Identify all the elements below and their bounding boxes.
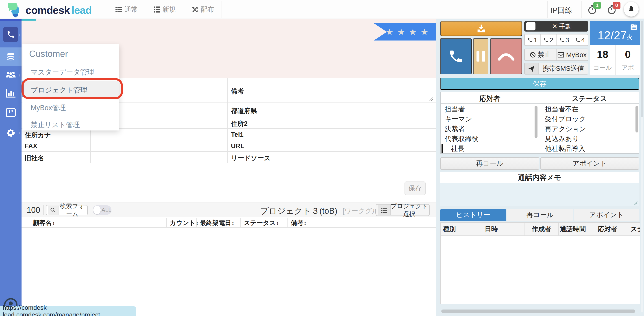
content-top-accent [22,19,36,20]
sort-icon: ↕ [304,220,306,226]
responder-option[interactable]: キーマン [440,114,535,124]
record-count: 100 [27,205,40,215]
nav-tab-distribute[interactable]: 配布 [184,0,222,19]
responder-listbox[interactable]: 担当者 キーマン 決裁者 代表取締役 社長 [440,104,535,154]
form-label-fax: FAX [25,142,37,150]
panel-divider [440,103,638,104]
sort-icon: ↕ [196,220,199,226]
resize-handle-icon[interactable] [429,97,433,101]
manual-mode-toggle[interactable]: ✕ 手動 [524,21,588,31]
chevron-right-icon: › [18,31,644,38]
form-save-button[interactable]: 保存 [404,181,426,195]
horizontal-scrollbar[interactable] [441,310,635,313]
users-icon [5,70,16,79]
nav-tab-new[interactable]: 新規 [146,0,184,19]
nav-divider [222,1,222,18]
project-select-label: プロジェクト選択 [390,202,428,218]
sort-icon: ↕ [52,220,55,226]
responder-option[interactable]: 担当者 [440,104,535,114]
form-label-prefecture: 都道府県 [231,107,257,116]
status-option[interactable]: 受付ブロック [541,114,635,124]
history-table-body [440,236,640,304]
menu-item-master-data[interactable]: マスターデータ管理 [31,68,94,77]
all-toggle[interactable]: ALL [92,205,112,215]
timer-red-button[interactable]: 0 [606,4,617,15]
form-label-old-company: 旧社名 [25,154,44,163]
form-border [293,78,293,163]
sidebar-item-board[interactable] [0,105,22,120]
status-option[interactable]: 担当者不在 [541,104,635,114]
search-form-label: 検索フォーム [58,202,86,218]
column-header-status[interactable]: ステータス↕ [244,219,279,227]
timer-red-badge: 0 [613,2,620,9]
sort-icon: ↕ [232,220,234,226]
phone-icon [6,30,15,39]
notification-bell-button[interactable] [624,2,638,16]
column-header-count[interactable]: カウント↕ [170,219,199,227]
sidebar-item-report[interactable] [0,86,22,101]
nav-tab-normal[interactable]: 通常 [108,0,145,19]
timer-green-badge: 1 [593,2,601,9]
bell-icon [628,5,634,13]
toolbar-divider [43,205,44,215]
responder-option-indented[interactable]: 社長 [440,144,535,154]
menu-item-ban-list[interactable]: 禁止リスト管理 [31,120,80,130]
status-listbox[interactable]: 担当者不在 受付ブロック 再アクション 見込みあり 他社製品導入 [541,104,635,154]
resize-handle-icon[interactable] [633,200,638,205]
sidebar-item-call[interactable] [3,27,18,42]
history-col-responder[interactable]: 応対者 [587,223,628,235]
column-header-note[interactable]: 備考↕ [291,219,306,227]
history-table: 種別 日時 作成者 通話時間 応対者 ステータス [440,222,640,304]
brand-secondary: lead [72,4,92,16]
history-table-header: 種別 日時 作成者 通話時間 応対者 ステータス [440,223,640,236]
memo-title: 通話内容メモ [440,172,639,183]
list-icon [116,7,122,12]
menu-item-mybox[interactable]: MyBox管理 [31,103,66,113]
toggle-knob [526,22,536,30]
memo-textarea[interactable] [440,183,639,206]
annotation-highlight-box [22,78,123,99]
history-col-status[interactable]: ステータス [628,223,640,235]
project-title: プロジェクト３(toB) [260,205,337,217]
line-type-label[interactable]: IP回線 [550,5,572,15]
sidebar-top-accent [0,19,22,20]
search-form-button[interactable]: 検索フォーム [46,205,88,215]
status-url-tooltip: https://comdesk-lead.comdesk.com/manage/… [0,306,136,316]
status-scrollbar[interactable] [636,106,638,133]
table-border [166,218,167,227]
table-border [22,227,436,228]
form-border [22,140,436,140]
table-border [288,218,288,227]
recall-button[interactable]: 再コール [440,157,539,170]
history-col-type[interactable]: 種別 [440,223,458,235]
panel-save-button[interactable]: 保存 [440,78,639,90]
status-option[interactable]: 他社製品導入 [541,144,635,154]
tab-appointment[interactable]: アポイント [574,209,639,221]
table-border [240,218,241,227]
timer-green-button[interactable]: 1 [587,4,597,15]
nav-divider [582,1,582,18]
history-col-author[interactable]: 作成者 [524,223,559,235]
history-col-duration[interactable]: 通話時間 [559,223,587,235]
tab-recall[interactable]: 再コール [507,209,573,221]
project-select-button[interactable]: プロジェクト選択 [376,204,430,216]
history-col-datetime[interactable]: 日時 [458,223,524,235]
call-count-label: コール [593,64,612,72]
column-header-last-call[interactable]: 最終架電日↕ [200,219,234,227]
nav-divider [547,1,548,18]
appointment-button[interactable]: アポイント [540,157,639,170]
tab-history[interactable]: ヒストリー [440,209,506,221]
brand-name[interactable]: comdesklead [26,4,92,16]
comdesk-logo-icon[interactable] [7,2,24,18]
close-icon: ✕ [552,23,557,30]
responder-header: 応対者 [440,94,540,103]
kanban-icon [6,108,16,117]
appointment-label: アポ [622,64,634,72]
search-icon [48,206,58,215]
list-icon [378,205,390,215]
column-header-customer[interactable]: 顧客名↕ [33,219,55,227]
form-label-note: 備考 [231,87,244,96]
form-label-address2: 住所2 [231,119,248,128]
brand-primary: comdesk [26,4,70,16]
shuffle-icon [192,6,198,13]
